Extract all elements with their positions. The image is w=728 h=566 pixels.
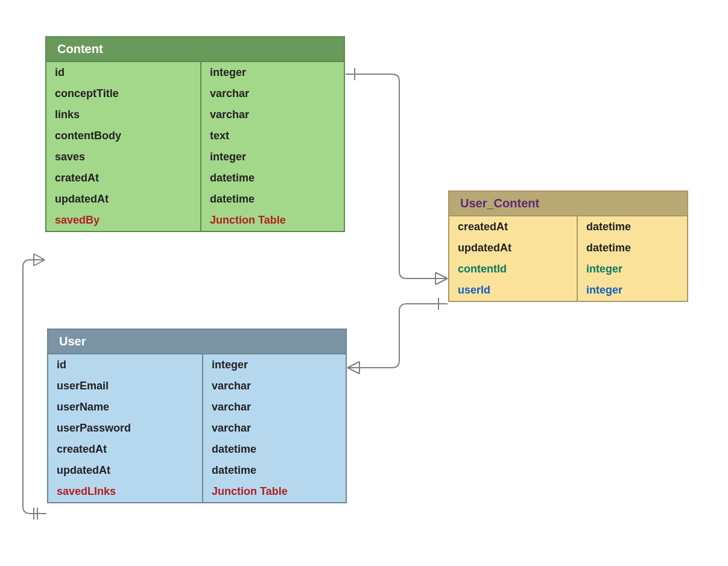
user-field-type: varchar xyxy=(203,376,346,397)
content-field-name: updatedAt xyxy=(46,189,200,210)
content-field-type: Junction Table xyxy=(201,210,344,231)
user-field-name: updatedAt xyxy=(48,460,202,481)
user-content-field-name: updatedAt xyxy=(449,237,577,259)
entity-content-body: idconceptTitlelinkscontentBodysavescrate… xyxy=(46,62,344,231)
content-field-name: cratedAt xyxy=(46,168,200,189)
user-field-name: id xyxy=(48,354,202,376)
entity-user-body: iduserEmailuserNameuserPasswordcreatedAt… xyxy=(48,354,346,502)
svg-line-1 xyxy=(435,272,448,278)
user-field-type: Junction Table xyxy=(203,481,346,502)
entity-user: User iduserEmailuserNameuserPasswordcrea… xyxy=(47,329,347,503)
entity-user-content-body: createdAtupdatedAtcontentIduserId dateti… xyxy=(449,216,687,301)
content-field-name: id xyxy=(46,62,200,83)
user-content-field-type: datetime xyxy=(578,216,687,237)
user-content-field-type: integer xyxy=(578,280,687,301)
svg-line-11 xyxy=(34,260,45,266)
entity-content-title: Content xyxy=(46,37,344,62)
content-field-type: datetime xyxy=(201,168,344,189)
content-field-type: integer xyxy=(201,62,344,83)
content-field-type: datetime xyxy=(201,189,344,210)
user-content-field-name: createdAt xyxy=(449,216,577,237)
user-content-field-type: integer xyxy=(578,259,687,280)
user-field-type: varchar xyxy=(203,418,346,439)
content-field-name: contentBody xyxy=(46,125,200,146)
user-field-name: userPassword xyxy=(48,418,202,439)
entity-user-content-title: User_Content xyxy=(449,192,687,216)
content-field-name: saves xyxy=(46,146,200,168)
user-content-field-name: userId xyxy=(449,280,577,301)
user-field-name: userName xyxy=(48,397,202,418)
content-field-name: savedBy xyxy=(46,210,200,231)
entity-user-content: User_Content createdAtupdatedAtcontentId… xyxy=(448,190,688,302)
user-field-name: savedLInks xyxy=(48,481,202,502)
user-field-type: datetime xyxy=(203,460,346,481)
content-field-type: integer xyxy=(201,146,344,168)
svg-line-10 xyxy=(34,254,45,260)
content-field-type: varchar xyxy=(201,83,344,104)
er-diagram-canvas: Content idconceptTitlelinkscontentBodysa… xyxy=(0,0,728,566)
svg-line-5 xyxy=(347,368,359,374)
user-field-type: datetime xyxy=(203,439,346,460)
content-field-type: varchar xyxy=(201,104,344,125)
svg-line-4 xyxy=(347,362,359,368)
user-field-type: varchar xyxy=(203,397,346,418)
entity-user-title: User xyxy=(48,330,346,354)
content-field-name: links xyxy=(46,104,200,125)
user-field-name: createdAt xyxy=(48,439,202,460)
content-field-type: text xyxy=(201,125,344,146)
user-field-type: integer xyxy=(203,354,346,376)
user-content-field-name: contentId xyxy=(449,259,577,280)
content-field-name: conceptTitle xyxy=(46,83,200,104)
user-field-name: userEmail xyxy=(48,376,202,397)
svg-line-2 xyxy=(435,278,448,285)
entity-content: Content idconceptTitlelinkscontentBodysa… xyxy=(45,36,345,232)
user-content-field-type: datetime xyxy=(578,237,687,259)
